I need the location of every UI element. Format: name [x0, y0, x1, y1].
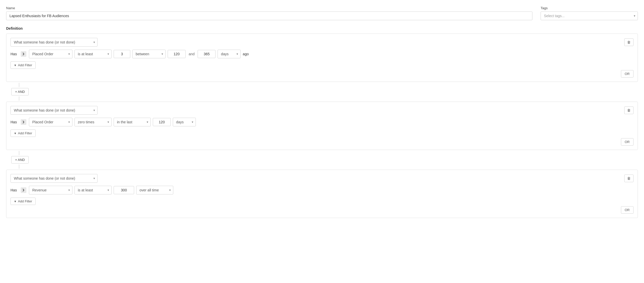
add-filter-button-2[interactable]: ▼ Add Filter — [10, 129, 36, 137]
tags-select[interactable]: Select tags... — [541, 12, 638, 20]
filter-icon-2: ▼ — [14, 132, 17, 135]
klaviyo-icon-2 — [20, 119, 27, 125]
condition-block-1: What someone has done (or not done) 🗑 Ha… — [6, 34, 638, 82]
filter-icon-1: ▼ — [14, 64, 17, 67]
tags-dropdown-wrapper: Select tags... — [541, 12, 638, 20]
has-label-3: Has — [10, 188, 18, 192]
condition-type-select-3[interactable]: What someone has done (or not done) — [10, 174, 98, 183]
add-filter-button-1[interactable]: ▼ Add Filter — [10, 61, 36, 69]
delete-button-2[interactable]: 🗑 — [624, 106, 634, 114]
and-section-1: + AND — [6, 83, 638, 101]
operator-wrapper-2: zero times — [74, 118, 112, 126]
add-filter-button-3[interactable]: ▼ Add Filter — [10, 198, 36, 205]
time-value2-input-1[interactable] — [198, 50, 216, 58]
event-select-3[interactable]: Revenue — [29, 186, 72, 194]
add-filter-label-3: Add Filter — [18, 199, 32, 203]
operator-select-3[interactable]: is at least — [74, 186, 112, 194]
condition-row-2: Has Placed Order zero times in the l — [10, 118, 634, 126]
delete-button-1[interactable]: 🗑 — [624, 38, 634, 46]
operator-wrapper-3: is at least — [74, 186, 112, 194]
and-section-2: + AND — [6, 151, 638, 169]
condition-block-2: What someone has done (or not done) 🗑 Ha… — [6, 102, 638, 150]
vert-line-3 — [19, 151, 19, 155]
time-op-select-3[interactable]: over all time — [136, 186, 173, 194]
time-op-wrapper-1: between — [132, 50, 166, 58]
add-filter-label-1: Add Filter — [18, 63, 32, 67]
name-label: Name — [6, 6, 532, 10]
time-unit-select-2[interactable]: days — [173, 118, 196, 126]
add-filter-label-2: Add Filter — [18, 131, 32, 135]
or-button-2[interactable]: OR — [621, 138, 634, 146]
klaviyo-icon-3 — [20, 187, 27, 193]
condition-type-wrapper-1: What someone has done (or not done) — [10, 38, 98, 47]
time-op-select-2[interactable]: in the last — [114, 118, 151, 126]
condition-type-select-2[interactable]: What someone has done (or not done) — [10, 106, 98, 115]
event-select-2[interactable]: Placed Order — [29, 118, 72, 126]
time-op-wrapper-3: over all time — [136, 186, 173, 194]
has-label-1: Has — [10, 52, 18, 56]
event-wrapper-3: Revenue — [29, 186, 72, 194]
event-wrapper-2: Placed Order — [29, 118, 72, 126]
event-wrapper-1: Placed Order — [29, 50, 72, 58]
has-label-2: Has — [10, 120, 18, 124]
and-text-1: and — [188, 52, 196, 56]
or-button-1[interactable]: OR — [621, 70, 634, 78]
condition-type-wrapper-2: What someone has done (or not done) — [10, 106, 98, 115]
time-unit-wrapper-1: days — [218, 50, 241, 58]
operator-select-2[interactable]: zero times — [74, 118, 112, 126]
vert-line-1 — [19, 83, 19, 87]
delete-button-3[interactable]: 🗑 — [624, 175, 634, 182]
time-op-select-1[interactable]: between — [132, 50, 166, 58]
name-input[interactable] — [6, 12, 532, 20]
operator-wrapper-1: is at least — [74, 50, 112, 58]
condition-row-3: Has Revenue is at least over — [10, 186, 634, 194]
ago-text-1: ago — [243, 52, 249, 56]
and-button-1[interactable]: + AND — [11, 88, 29, 95]
time-value1-input-2[interactable] — [153, 118, 171, 126]
condition-block-3: What someone has done (or not done) 🗑 Ha… — [6, 170, 638, 218]
definition-label: Definition — [6, 26, 638, 30]
operator-select-1[interactable]: is at least — [74, 50, 112, 58]
vert-line-4 — [19, 165, 19, 169]
and-button-2[interactable]: + AND — [11, 156, 29, 164]
vert-line-2 — [19, 96, 19, 101]
klaviyo-icon-1 — [20, 51, 27, 57]
condition-type-select-1[interactable]: What someone has done (or not done) — [10, 38, 98, 47]
time-unit-select-1[interactable]: days — [218, 50, 241, 58]
tags-label: Tags — [541, 6, 638, 10]
or-button-3[interactable]: OR — [621, 206, 634, 214]
value-input-3[interactable] — [114, 186, 134, 194]
condition-row-1: Has Placed Order is at least — [10, 50, 634, 58]
filter-icon-3: ▼ — [14, 200, 17, 203]
value-input-1[interactable] — [114, 50, 130, 58]
time-unit-wrapper-2: days — [173, 118, 196, 126]
time-value1-input-1[interactable] — [168, 50, 186, 58]
event-select-1[interactable]: Placed Order — [29, 50, 72, 58]
time-op-wrapper-2: in the last — [114, 118, 151, 126]
condition-type-wrapper-3: What someone has done (or not done) — [10, 174, 98, 183]
